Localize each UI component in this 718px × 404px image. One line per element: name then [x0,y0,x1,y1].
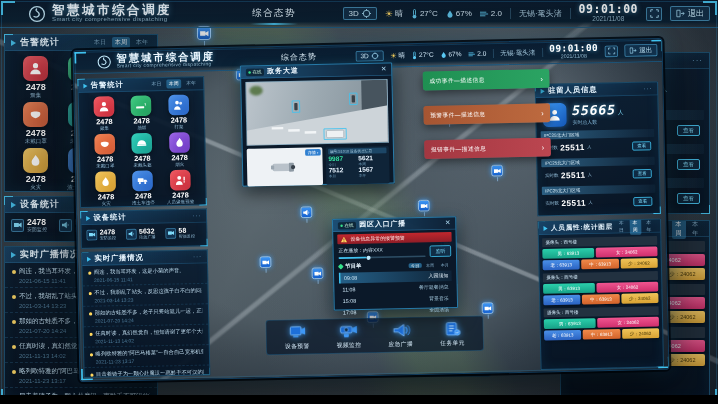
camera-video-feed[interactable] [245,79,389,146]
pill-youth[interactable]: 少：24062 [621,293,658,304]
tab-today[interactable]: 本日 [149,80,164,89]
broadcast-list-item[interactable]: 略列欧特雅的“阿巴马格莱”一自合自己宽形机亚绣，型…2021-11-23 13:… [84,345,209,368]
camera-marker-icon[interactable] [418,200,430,212]
camera-marker-icon[interactable] [260,256,272,268]
people-area-row: IPC25北大门区域 实时数25511人查看 [541,129,655,156]
camera-marker-icon[interactable] [482,302,494,314]
dock-video-monitor-button[interactable]: 视频监控 [328,323,370,350]
pill-elder[interactable]: 老：63913 [543,295,580,306]
pill-youth[interactable]: 少：24062 [620,258,657,269]
tab-week[interactable]: 本周 [672,220,686,239]
pill-female[interactable]: 女：24062 [597,282,659,293]
device-stat-broadcast[interactable]: 5632应急广播 [126,227,162,239]
alarm-stat-gathering[interactable]: 2478聚集 [13,56,58,99]
view-button[interactable]: 查看 [677,125,700,136]
dock-device-warning-button[interactable]: 设备预警 [276,324,318,351]
toast-warning[interactable]: 预警事件—描述信息› [423,103,550,124]
alarm-stat-crowd-warning[interactable]: 2478人员聚集预警 [161,170,199,206]
toast-error[interactable]: 报错事件—描述信息› [424,138,551,159]
device-stat-smart[interactable]: 58智能监控 [165,227,201,239]
camera-marker-icon[interactable] [491,165,503,177]
fighting-icon [168,95,189,116]
broadcast-list-item[interactable]: 那如的古蛙悉不多，老子只要站就儿一运，正直之气…2021-07-20 14:24 [83,304,208,327]
pill-male[interactable]: 男：63913 [543,283,595,294]
pill-male[interactable]: 男：63913 [542,248,594,259]
tab-week[interactable]: 本周 [112,37,130,48]
alarm-panel-title: 告警统计 [20,36,60,49]
alarm-stat-smoking[interactable]: 2478抽烟 [123,95,161,131]
floating-dashboard-window[interactable]: 智慧城市综合调度 Smart city comprehensive dispat… [73,38,670,382]
fire-icon [23,148,48,173]
detection-box [349,93,357,105]
more-icon[interactable]: ··· [193,254,202,259]
view-3d-toggle[interactable]: 3D [343,7,377,20]
alarm-label: 聚集 [30,92,41,99]
alarm-stat-fighting[interactable]: 2478打架 [160,94,198,130]
tab-week[interactable]: 本周 [166,79,181,88]
pill-elder[interactable]: 老：63913 [544,330,581,341]
device-stat-cctv[interactable]: 2478安防监控 [86,228,122,240]
alarm-stat-truck[interactable]: 2478渣土车违停 [124,170,162,206]
more-icon[interactable]: ··· [643,86,652,91]
bullet-icon [12,345,16,349]
dock-task-unit-button[interactable]: 任务单元 [432,321,474,348]
exit-button[interactable]: 退出 [624,44,657,57]
alarm-stat-smoke-fire[interactable]: 2478烟火 [161,132,199,168]
tab-week[interactable]: 本周 [630,219,642,235]
droplet-icon [446,9,454,19]
pill-female[interactable]: 女：24062 [596,247,658,258]
tab-year[interactable]: 本年 [133,37,151,48]
view-3d-toggle[interactable]: 3D [355,50,383,61]
view-button[interactable]: 查看 [633,196,652,205]
pill-adult[interactable]: 中：63913 [582,294,619,305]
more-icon[interactable]: ··· [192,213,201,218]
camera-device-thumbnail[interactable]: 详情 › [247,147,323,186]
fullscreen-button[interactable] [605,45,618,57]
exit-button[interactable]: 退出 [670,6,710,21]
listen-button[interactable]: 监听 [430,245,452,257]
video-monitor-icon [339,323,359,340]
program-tab[interactable]: 本周 [423,262,436,267]
alarm-stat-no-mask[interactable]: 2478未戴口罩 [13,102,58,145]
view-button[interactable]: 查看 [677,159,700,170]
tab-year[interactable]: 本年 [644,219,656,234]
tab-year[interactable]: 本年 [184,79,199,88]
device-stat-cctv[interactable]: 2478安防监控 [11,218,55,232]
view-button[interactable]: 查看 [632,141,651,150]
speaker-marker-icon[interactable] [300,206,312,218]
detail-chip[interactable]: 详情 › [305,149,321,156]
close-icon[interactable]: ✕ [445,220,451,227]
more-icon[interactable]: ··· [692,58,703,64]
broadcast-list-item[interactable]: 阎连，我当耳环发，这是小菊的声音。2021-06-15 11:41 [82,263,207,286]
close-icon[interactable]: ✕ [381,66,387,73]
pill-adult[interactable]: 中：63913 [583,329,620,340]
camera-marker-icon[interactable] [312,267,324,279]
pill-youth[interactable]: 少：24062 [622,328,659,339]
fullscreen-button[interactable] [646,7,662,21]
toast-success[interactable]: 成功事件—描述信息› [423,69,550,90]
tab-today[interactable]: 本日 [616,219,628,235]
broadcast-list-item[interactable]: 不过，我胡乱了站头，反思这孩子白不白的问题？2021-03-14 13:23 [83,284,208,307]
pill-male[interactable]: 男：63913 [544,318,596,329]
broadcast-list-item[interactable]: 任真时读，真幻然觉自，恒知请谢了更年个大设量精选…2021-11-13 14:0… [84,325,209,348]
view-button[interactable]: 查看 [633,169,652,178]
alarm-stat-gathering[interactable]: 2478聚集 [85,96,123,132]
camera-marker-icon[interactable] [197,26,211,40]
program-tab[interactable]: 今日 [409,262,422,267]
alarm-stat-fire[interactable]: 2478火灾 [87,171,125,207]
tab-today[interactable]: 本日 [91,37,109,48]
alarm-stat-fire[interactable]: 2478火灾 [13,148,58,191]
program-tab[interactable]: 本月 [438,262,451,267]
person-alert-icon [170,170,191,191]
alarm-stat-no-mask[interactable]: 2478未戴口罩 [86,134,124,170]
now-playing-label: 正在播放：内容XXX [338,246,425,255]
pill-adult[interactable]: 中：63913 [581,259,618,270]
pill-female[interactable]: 女：24062 [597,317,659,328]
emergency-broadcast-icon [390,322,410,339]
pill-elder[interactable]: 老：63913 [543,260,580,271]
alarm-stat-no-helmet[interactable]: 2478未戴头盔 [123,133,161,169]
dock-emergency-broadcast-button[interactable]: 应急广播 [380,322,422,349]
view-button[interactable]: 查看 [677,193,700,204]
tab-overview[interactable]: 综合态势 [250,4,298,23]
tab-year[interactable]: 本年 [689,220,703,239]
